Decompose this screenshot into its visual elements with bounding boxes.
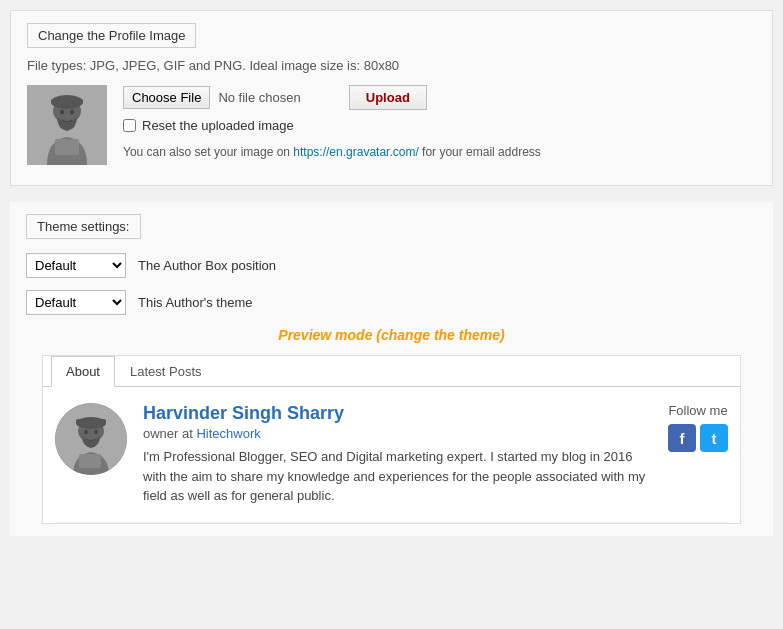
svg-point-13 — [94, 430, 98, 434]
author-avatar — [55, 403, 127, 475]
author-box-select[interactable]: Default — [26, 253, 126, 278]
gravatar-prefix: You can also set your image on — [123, 145, 293, 159]
preview-box: About Latest Posts — [42, 355, 741, 524]
tab-latest-posts[interactable]: Latest Posts — [115, 356, 217, 387]
svg-point-5 — [60, 110, 64, 115]
social-icons: f t — [668, 424, 728, 452]
author-bio: I'm Professional Blogger, SEO and Digita… — [143, 447, 652, 506]
gravatar-suffix: for your email address — [419, 145, 541, 159]
role-prefix: owner at — [143, 426, 196, 441]
tabs-row: About Latest Posts — [43, 356, 740, 387]
file-input-row: Choose File No file chosen Upload — [123, 85, 541, 110]
theme-settings-section: Theme settings: Default The Author Box p… — [10, 202, 773, 536]
upload-controls: Choose File No file chosen Upload Reset … — [123, 85, 541, 159]
author-theme-label: This Author's theme — [138, 295, 252, 310]
divider — [55, 522, 728, 523]
follow-me-text: Follow me — [668, 403, 727, 418]
gravatar-link[interactable]: https://en.gravatar.com/ — [293, 145, 418, 159]
profile-image-preview — [27, 85, 107, 165]
author-card: Harvinder Singh Sharry owner at Hitechwo… — [43, 387, 740, 522]
section-title: Change the Profile Image — [27, 23, 196, 48]
gravatar-text: You can also set your image on https://e… — [123, 145, 541, 159]
author-box-row: Default The Author Box position — [26, 253, 757, 278]
profile-image-section: Change the Profile Image File types: JPG… — [10, 10, 773, 186]
author-theme-row: Default This Author's theme — [26, 290, 757, 315]
author-name: Harvinder Singh Sharry — [143, 403, 652, 424]
reset-label: Reset the uploaded image — [142, 118, 294, 133]
role-link[interactable]: Hitechwork — [196, 426, 260, 441]
tab-about[interactable]: About — [51, 356, 115, 387]
file-types-text: File types: JPG, JPEG, GIF and PNG. Idea… — [27, 58, 756, 73]
follow-section: Follow me f t — [668, 403, 728, 506]
reset-row: Reset the uploaded image — [123, 118, 541, 133]
facebook-button[interactable]: f — [668, 424, 696, 452]
svg-point-12 — [84, 430, 88, 434]
author-info: Harvinder Singh Sharry owner at Hitechwo… — [143, 403, 652, 506]
preview-mode-text: Preview mode (change the theme) — [26, 327, 757, 343]
image-upload-row: Choose File No file chosen Upload Reset … — [27, 85, 756, 165]
theme-section-title: Theme settings: — [26, 214, 141, 239]
no-file-text: No file chosen — [218, 90, 300, 105]
svg-rect-4 — [55, 139, 79, 155]
svg-point-6 — [70, 110, 74, 115]
twitter-button[interactable]: t — [700, 424, 728, 452]
author-role: owner at Hitechwork — [143, 426, 652, 441]
author-box-label: The Author Box position — [138, 258, 276, 273]
author-theme-select[interactable]: Default — [26, 290, 126, 315]
svg-rect-10 — [76, 419, 106, 424]
reset-checkbox[interactable] — [123, 119, 136, 132]
svg-rect-11 — [79, 454, 101, 468]
upload-button[interactable]: Upload — [349, 85, 427, 110]
svg-rect-3 — [51, 99, 83, 104]
choose-file-button[interactable]: Choose File — [123, 86, 210, 109]
